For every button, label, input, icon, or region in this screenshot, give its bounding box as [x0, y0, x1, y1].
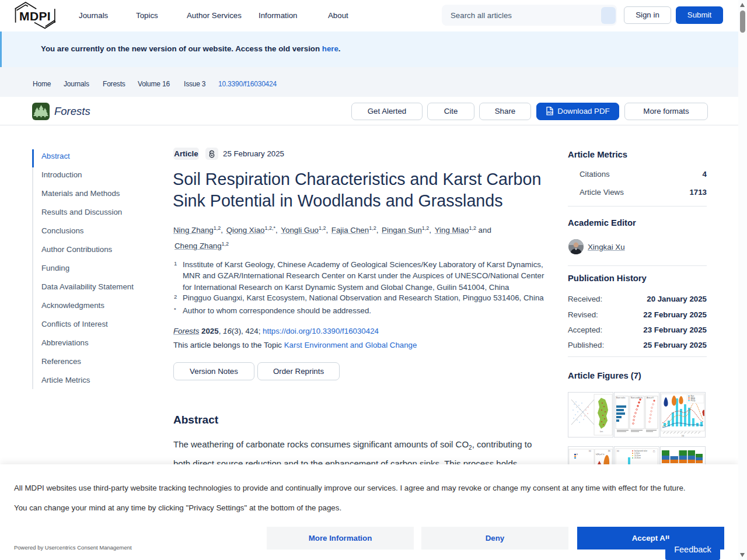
svg-text:(a): (a): [617, 450, 619, 452]
svg-text:(*): (*): [653, 450, 655, 453]
svg-text:PDF: PDF: [547, 111, 553, 114]
svg-text:ln(Rs)=aT+b: ln(Rs)=aT+b: [596, 453, 605, 456]
svg-text:MDPI: MDPI: [19, 9, 51, 23]
svg-text:A: A: [577, 453, 578, 456]
svg-text:(b): (b): [608, 450, 610, 452]
svg-text:Precip: Precip: [691, 400, 696, 402]
svg-text:(a): (a): [589, 450, 591, 452]
svg-text:20-30cm: 20-30cm: [634, 457, 641, 459]
svg-text:Bare arable la: Bare arable la: [631, 397, 643, 399]
svg-text:Area of f: Area of f: [647, 397, 654, 399]
svg-text:km: km: [600, 430, 603, 433]
svg-text:(a): (a): [682, 435, 684, 437]
svg-text:Bare rocks: Bare rocks: [616, 397, 626, 399]
